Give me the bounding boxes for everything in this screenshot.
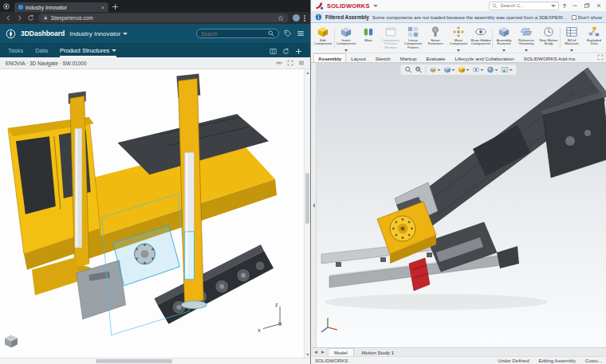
new-motion-study-button[interactable]: New Motion Study — [537, 25, 560, 52]
tab-scroll-right-icon[interactable]: ► — [321, 350, 325, 354]
help-icon[interactable]: ? — [562, 2, 566, 10]
ribbon-pin-icon[interactable] — [597, 54, 604, 61]
vertical-scrollbar[interactable] — [304, 69, 310, 358]
browser-profile-avatar[interactable] — [293, 14, 300, 22]
file-menu-chevron-icon[interactable] — [373, 5, 378, 7]
tab-scroll-left-icon[interactable]: ◄ — [313, 350, 318, 354]
tab-favicon — [18, 5, 23, 10]
insert-components-button[interactable]: Insert Components — [335, 25, 357, 52]
tab-data[interactable]: Data — [35, 47, 48, 57]
exploded-view-button[interactable]: Exploded View — [583, 25, 605, 52]
reference-geometry-button[interactable]: Reference Geometry — [515, 25, 537, 52]
axis-triad: z x — [258, 302, 281, 333]
red-component[interactable] — [409, 258, 430, 291]
edit-component-button[interactable]: Edit Component — [312, 25, 334, 52]
command-manager-tabs: Assembly Layout Sketch Markup Evaluate L… — [311, 53, 606, 63]
tab-solidworks-add-ins[interactable]: SOLIDWORKS Add-Ins — [519, 53, 580, 62]
component-preview-window-button[interactable]: Component Preview Window — [380, 25, 402, 52]
layout-columns-icon[interactable] — [270, 48, 277, 55]
reload-icon[interactable] — [27, 14, 34, 22]
scroll-up-icon[interactable] — [305, 69, 310, 76]
boom-assembly-3d-model[interactable] — [317, 63, 606, 347]
tab-model[interactable]: Model — [328, 348, 354, 356]
forward-icon[interactable] — [16, 14, 23, 22]
3dexperience-compass-icon[interactable] — [6, 29, 16, 39]
widget-title: ENOVIA · 3D Navigate · SW.01000 — [6, 61, 87, 66]
smart-fasteners-button[interactable]: Smart Fasteners — [424, 25, 447, 52]
tab-lifecycle-and-collaboration[interactable]: Lifecycle and Collaboration — [450, 53, 518, 62]
tab-markup[interactable]: Markup — [395, 53, 422, 62]
search-scope-chevron-icon[interactable] — [551, 5, 556, 7]
tab-layout[interactable]: Layout — [346, 53, 371, 62]
bookmark-star-icon[interactable] — [277, 15, 284, 22]
tab-evaluate[interactable]: Evaluate — [421, 53, 450, 62]
browser-window: Industry Innovator × 3dexperience.com 3D… — [0, 0, 311, 364]
feature-manager-collapsed-strip[interactable] — [311, 63, 317, 347]
linear-component-pattern-icon — [407, 26, 419, 37]
solidworks-app-name: SOLIDWORKS — [327, 2, 370, 10]
browser-menu-icon[interactable] — [304, 15, 305, 22]
solidworks-graphics-area[interactable] — [311, 63, 606, 347]
browser-tab[interactable]: Industry Innovator × — [14, 2, 108, 12]
widget-header: ENOVIA · 3D Navigate · SW.01000 — [0, 57, 310, 69]
new-tab-icon[interactable] — [112, 3, 119, 10]
chevron-down-icon — [112, 49, 116, 52]
scrollbar-thumb[interactable] — [305, 173, 309, 224]
maximize-widget-icon[interactable] — [287, 60, 293, 66]
dashboard-tab-row: Tasks Data Product Structures — [0, 43, 310, 57]
tab-sketch[interactable]: Sketch — [371, 53, 395, 62]
solidworks-window: SOLIDWORKS ? Filtered Assembly Some comp… — [311, 0, 606, 364]
horizontal-scrollbar[interactable] — [0, 358, 310, 364]
scrollbar-thumb[interactable] — [96, 359, 172, 363]
status-editing-mode: Editing Assembly — [539, 358, 576, 363]
dashboard-header: 3DDashboard Industry Innovator — [0, 24, 310, 43]
status-customize[interactable]: Custo... — [585, 358, 602, 363]
tag-icon[interactable] — [284, 29, 292, 37]
url-text: 3dexperience.com — [51, 15, 276, 21]
close-icon[interactable] — [596, 2, 602, 9]
dont-show-checkbox[interactable] — [572, 15, 576, 20]
browser-tab-strip: Industry Innovator × — [0, 0, 310, 12]
solidworks-search[interactable] — [489, 2, 559, 10]
browser-app-icon — [3, 3, 10, 10]
browser-address-bar: 3dexperience.com — [0, 12, 310, 24]
refresh-icon[interactable] — [282, 48, 289, 55]
chevron-down-icon — [570, 49, 573, 52]
move-component-icon — [453, 26, 464, 37]
widget-menu-icon[interactable] — [298, 60, 305, 66]
apps-menu-icon[interactable] — [297, 29, 305, 37]
mate-button[interactable]: Mate — [357, 25, 380, 52]
back-icon[interactable] — [5, 14, 12, 22]
tab-product-structures[interactable]: Product Structures — [60, 47, 116, 57]
command-manager-ribbon: Edit Component Insert Components Mate Co… — [311, 23, 606, 53]
3d-navigate-viewport[interactable]: z x — [0, 69, 310, 358]
assembly-features-button[interactable]: Assembly Features — [493, 25, 515, 52]
expand-panel-icon[interactable] — [313, 203, 315, 208]
drill-rig-3d-model[interactable]: z x — [0, 69, 305, 358]
info-message: Some components are not loaded because t… — [372, 14, 569, 20]
dont-show-option[interactable]: Don't show — [572, 14, 602, 20]
dashboard-title[interactable]: Industry Innovator — [69, 30, 128, 37]
scroll-down-icon[interactable] — [305, 351, 310, 358]
dashboard-search-input[interactable] — [201, 31, 266, 37]
axis-x-label: x — [258, 327, 261, 333]
url-field[interactable]: 3dexperience.com — [38, 14, 289, 22]
search-icon — [492, 3, 498, 9]
tab-assembly[interactable]: Assembly — [313, 53, 346, 62]
tab-tasks[interactable]: Tasks — [8, 47, 23, 57]
minimize-icon[interactable] — [572, 2, 578, 9]
move-component-button[interactable]: Move Component — [447, 25, 469, 52]
solidworks-search-input[interactable] — [500, 3, 549, 8]
dashboard-search[interactable] — [196, 29, 279, 38]
chevron-down-icon — [457, 49, 460, 52]
bill-of-materials-button[interactable]: Bill of Materials — [561, 25, 583, 52]
restore-icon[interactable] — [584, 2, 590, 9]
tab-motion-study-1[interactable]: Motion Study 1 — [356, 349, 400, 356]
linear-component-pattern-button[interactable]: Linear Component Pattern — [402, 25, 424, 52]
view-cube-icon[interactable] — [5, 335, 18, 348]
add-widget-icon[interactable] — [295, 48, 302, 55]
search-icon[interactable] — [268, 30, 274, 37]
show-hidden-components-button[interactable]: Show Hidden Components — [470, 25, 492, 52]
link-icon[interactable] — [276, 60, 282, 66]
tab-close-icon[interactable]: × — [101, 5, 104, 10]
